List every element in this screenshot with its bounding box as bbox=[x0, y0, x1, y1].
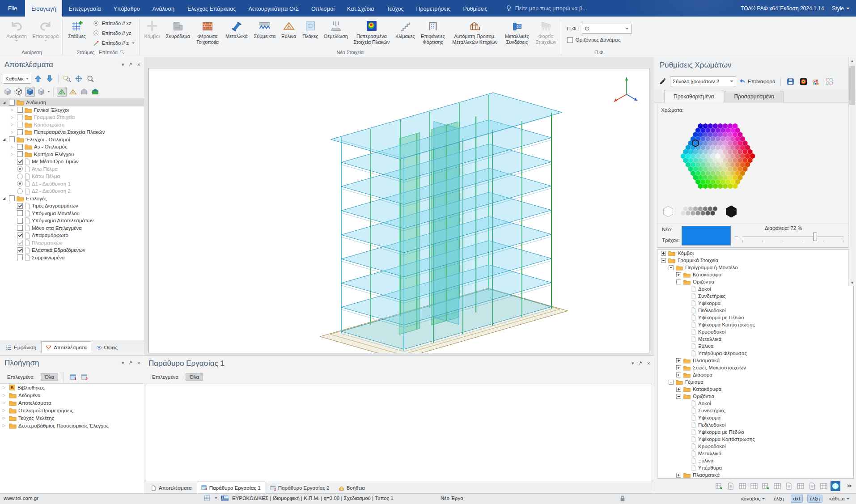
tree-item[interactable]: Κρυφοδοκοί bbox=[657, 328, 853, 335]
filter-selected-button[interactable]: Επιλεγμένα bbox=[148, 373, 182, 381]
ribbon-button[interactable]: Φέρουσα Τοιχοποιία bbox=[193, 18, 222, 48]
panel-tool-button[interactable] bbox=[737, 481, 747, 491]
tree-item[interactable]: Υπόμνημα Μοντέλου bbox=[0, 210, 144, 217]
panel-tool-button[interactable] bbox=[761, 481, 771, 491]
tellme-search[interactable]: Πείτε μου πως μπορώ να β... bbox=[505, 0, 587, 17]
previous-result-button[interactable] bbox=[33, 74, 43, 84]
ribbon-button[interactable]: Επαναφορά bbox=[30, 18, 61, 48]
tab-custom[interactable]: Προσαρμοσμένα bbox=[725, 91, 784, 102]
panel-tab[interactable]: Όψεις bbox=[92, 342, 122, 353]
tree-item[interactable]: Υψίκορμα Κοιτόστρωσης bbox=[657, 321, 853, 328]
tree-item[interactable]: Τεύχος Μελέτης bbox=[0, 414, 144, 422]
tree-item[interactable]: Υψίκορμα με Πέδιλο bbox=[657, 314, 853, 321]
statusbar-toggle[interactable]: κάθετα bbox=[827, 495, 852, 502]
panel-tab[interactable]: Αποτελέσματα bbox=[41, 341, 91, 353]
expander-icon[interactable] bbox=[669, 380, 674, 385]
grayscale-picker[interactable] bbox=[657, 199, 792, 224]
tree-item[interactable]: Απαραμόρφωτο bbox=[0, 232, 144, 239]
tree-item[interactable]: Γέμισμα bbox=[657, 378, 853, 385]
checkbox[interactable] bbox=[17, 129, 23, 135]
panel-tool-button[interactable] bbox=[796, 481, 805, 491]
cr-colors-button[interactable] bbox=[812, 76, 822, 86]
scroll-up-icon[interactable]: ▲ bbox=[849, 58, 856, 64]
expander-icon[interactable] bbox=[3, 196, 9, 200]
scope-combobox[interactable]: Καθολικ bbox=[3, 74, 31, 84]
tree-item[interactable]: Κάτω Πέλμα bbox=[0, 173, 144, 180]
radio[interactable] bbox=[17, 188, 23, 194]
view-wireframe-button[interactable] bbox=[14, 87, 24, 97]
model-solid-color-button[interactable] bbox=[90, 87, 100, 97]
ribbon-button[interactable]: Αυτόματη Προσομ. Μεταλλικών Κτηρίων bbox=[449, 18, 501, 48]
checkbox[interactable] bbox=[17, 122, 23, 127]
tree-item[interactable]: Δοκοί bbox=[657, 400, 853, 407]
tree-item[interactable]: Κατακόρυφα bbox=[657, 385, 853, 393]
window-1-icon[interactable] bbox=[69, 374, 77, 381]
expander-icon[interactable] bbox=[11, 115, 17, 119]
statusbar-toggle[interactable]: έλξη bbox=[771, 495, 786, 502]
expander-icon[interactable] bbox=[661, 251, 666, 256]
model-solid-gray-button[interactable] bbox=[79, 87, 89, 97]
zoom-button[interactable] bbox=[85, 74, 95, 84]
ribbon-button[interactable]: Κλίμακες bbox=[393, 18, 417, 48]
checkbox[interactable] bbox=[17, 218, 23, 224]
expander-icon[interactable] bbox=[676, 365, 681, 370]
menu-tab[interactable]: Επεξεργασία bbox=[62, 0, 107, 17]
tree-item[interactable]: Επιλογές bbox=[0, 195, 144, 203]
tree-item[interactable]: Δ1 - Διεύθυνση 1 bbox=[0, 180, 144, 188]
checkbox[interactable] bbox=[17, 247, 23, 253]
statusbar-toggle[interactable]: dxf bbox=[791, 495, 803, 503]
ribbon-button[interactable]: Μεταλλικές Συνδέσεις bbox=[501, 18, 533, 48]
tree-item[interactable]: As - Οπλισμός bbox=[0, 143, 144, 151]
expander-icon[interactable] bbox=[676, 394, 681, 399]
ribbon-button[interactable]: Πεπερασμένα Στοιχεία Πλακών bbox=[350, 18, 393, 48]
checkbox[interactable] bbox=[17, 107, 23, 113]
checkbox[interactable] bbox=[17, 144, 23, 150]
tree-item[interactable]: Οριζόντια bbox=[657, 393, 853, 400]
website-link[interactable]: www.tol.com.gr bbox=[4, 496, 38, 501]
hex-color-picker[interactable] bbox=[657, 114, 792, 199]
tree-item[interactable]: Οπλισμοί-Προμετρήσεις bbox=[0, 407, 144, 414]
panel-menu-button[interactable]: ▾ bbox=[122, 360, 124, 366]
transparency-slider[interactable] bbox=[742, 237, 843, 237]
ribbon-button[interactable]: Μεταλλικά bbox=[222, 18, 251, 48]
expander-icon[interactable] bbox=[11, 123, 17, 127]
tree-item[interactable]: Υψίκορμα με Πέδιλο bbox=[657, 428, 853, 436]
menu-tab[interactable]: Ανάλυση bbox=[146, 0, 181, 17]
checkbox[interactable] bbox=[17, 225, 23, 231]
tree-item[interactable]: Οριζόντια bbox=[657, 278, 853, 285]
expander-icon[interactable] bbox=[11, 145, 17, 149]
ribbon-button[interactable]: Σύμμεικτα bbox=[251, 18, 279, 48]
expander-icon[interactable] bbox=[676, 280, 681, 284]
tree-item[interactable]: Πεδιλοδοκοί bbox=[657, 307, 853, 314]
ribbon-button[interactable]: Θεμελίωση bbox=[322, 18, 350, 48]
view-face-button[interactable] bbox=[36, 87, 46, 97]
tree-item[interactable]: Υπόμνημα Αποτελεσμάτων bbox=[0, 217, 144, 224]
menu-tab[interactable]: Εισαγωγή bbox=[25, 0, 62, 17]
dialog-launcher-icon[interactable] bbox=[120, 50, 125, 55]
tree-item[interactable]: Δ2 - Διεύθυνση 2 bbox=[0, 187, 144, 195]
reset-colors-button[interactable]: Επαναφορά bbox=[739, 79, 775, 84]
checkbox[interactable] bbox=[9, 195, 15, 201]
menu-tab[interactable]: Έλεγχος Επάρκειας bbox=[181, 0, 242, 17]
panel-menu-button[interactable]: ▾ bbox=[631, 360, 634, 366]
expander-icon[interactable] bbox=[676, 358, 681, 363]
tree-item[interactable]: Πλασματικά bbox=[657, 357, 853, 364]
tree-item[interactable]: Δοκοί bbox=[657, 285, 853, 292]
pin-icon[interactable] bbox=[638, 361, 643, 366]
tree-item[interactable]: Γραμμικά Στοιχεία bbox=[657, 257, 853, 264]
menu-tab[interactable]: Υπόβαθρο bbox=[107, 0, 146, 17]
panel-tool-button[interactable] bbox=[726, 481, 736, 491]
expander-icon[interactable] bbox=[661, 258, 666, 263]
tree-item[interactable]: Κοιτόστρωση bbox=[0, 121, 144, 129]
expander-icon[interactable] bbox=[3, 137, 9, 141]
tree-item[interactable]: Μεταλλικά bbox=[657, 450, 853, 457]
checkbox[interactable] bbox=[17, 233, 23, 238]
tree-item[interactable]: Πεπερασμένα Στοιχεία Πλακών bbox=[0, 128, 144, 136]
design-codes-status[interactable]: ΕΥΡΩΚΩΔΙΚΕΣ | Ιδιομορφική | Κ.Π.Μ. | q=3… bbox=[232, 496, 394, 501]
tree-item[interactable]: Πλασματικών bbox=[0, 239, 144, 247]
model-truss-tan-button[interactable] bbox=[68, 87, 78, 97]
levels-button[interactable]: Στάθμες bbox=[64, 18, 90, 48]
tree-item[interactable]: Ξύλινα bbox=[657, 343, 853, 350]
menu-tab[interactable]: Λειτουργικότητα Ο/Σ bbox=[242, 0, 305, 17]
style-menu[interactable]: Style bbox=[832, 5, 850, 12]
